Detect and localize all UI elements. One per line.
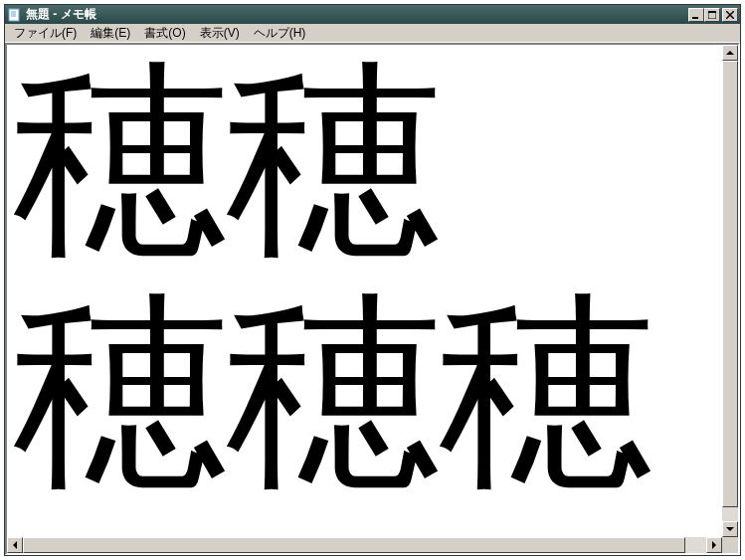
vertical-scroll-thumb[interactable] [722, 61, 738, 507]
window-title: 無題 - メモ帳 [26, 6, 688, 23]
arrow-left-icon [13, 541, 17, 549]
horizontal-scroll-thumb[interactable] [23, 537, 685, 553]
size-grip[interactable] [722, 537, 738, 553]
horizontal-scroll-track[interactable] [23, 537, 706, 553]
arrow-up-icon [726, 51, 734, 55]
svg-rect-6 [708, 11, 716, 13]
client-area: 穂穂 穂穂穂 [5, 43, 740, 555]
text-editor[interactable]: 穂穂 穂穂穂 [7, 45, 722, 537]
menubar: ファイル(F) 編集(E) 書式(O) 表示(V) ヘルプ(H) [5, 24, 740, 43]
arrow-right-icon [712, 541, 716, 549]
arrow-down-icon [726, 527, 734, 531]
vertical-scroll-track[interactable] [722, 61, 738, 521]
menu-file[interactable]: ファイル(F) [7, 23, 84, 44]
close-button[interactable] [722, 8, 738, 22]
scroll-right-button[interactable] [706, 537, 722, 553]
horizontal-scrollbar[interactable] [7, 537, 722, 553]
minimize-button[interactable] [688, 8, 704, 22]
vertical-scrollbar[interactable] [722, 45, 738, 537]
titlebar[interactable]: 無題 - メモ帳 [5, 5, 740, 24]
svg-rect-0 [9, 9, 19, 21]
scroll-up-button[interactable] [722, 45, 738, 61]
svg-rect-4 [692, 17, 698, 19]
menu-help[interactable]: ヘルプ(H) [247, 23, 313, 44]
menu-view[interactable]: 表示(V) [193, 23, 247, 44]
scroll-left-button[interactable] [7, 537, 23, 553]
menu-format[interactable]: 書式(O) [137, 23, 192, 44]
notepad-app-icon [7, 7, 23, 23]
window-controls [688, 8, 738, 22]
scroll-down-button[interactable] [722, 521, 738, 537]
notepad-window: 無題 - メモ帳 ファイル(F) 編集(E) 書式(O) 表示(V) ヘルプ(H… [4, 4, 741, 556]
maximize-button[interactable] [704, 8, 720, 22]
menu-edit[interactable]: 編集(E) [84, 23, 137, 44]
